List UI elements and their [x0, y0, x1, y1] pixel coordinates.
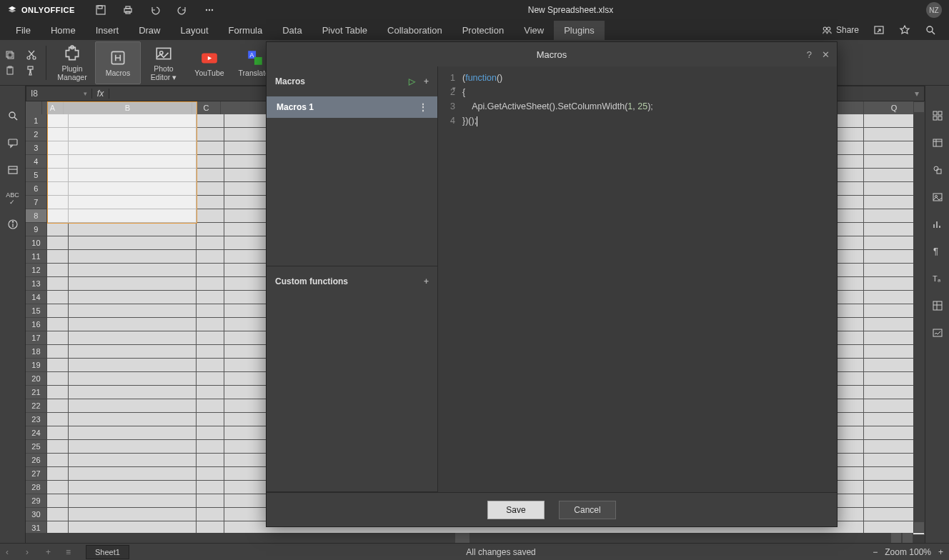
fx-icon[interactable]: fx [92, 89, 109, 99]
cell[interactable] [197, 304, 225, 318]
cell[interactable] [197, 508, 225, 521]
vertical-scrollbar[interactable] [913, 101, 925, 533]
cell[interactable] [69, 331, 197, 345]
cell[interactable] [197, 264, 225, 277]
cell[interactable] [69, 182, 197, 196]
run-macro-icon[interactable]: ▷ [409, 76, 415, 86]
paragraph-settings-icon[interactable]: ¶ [932, 246, 943, 257]
cell[interactable] [197, 128, 225, 141]
cell[interactable] [69, 386, 197, 399]
scroll-right-icon[interactable] [903, 533, 913, 543]
sheet-tab[interactable]: Sheet1 [86, 545, 129, 559]
cell[interactable] [69, 114, 197, 128]
row-header[interactable]: 14 [26, 291, 47, 304]
cell[interactable] [47, 454, 69, 467]
comments-icon[interactable] [7, 137, 19, 149]
cell[interactable] [69, 169, 197, 182]
select-all-corner[interactable] [26, 101, 42, 114]
ribbon-macros[interactable]: Macros [95, 41, 141, 84]
cell[interactable] [69, 196, 197, 209]
cell[interactable] [47, 250, 69, 264]
cell[interactable] [69, 277, 197, 291]
cell[interactable] [69, 359, 197, 372]
row-header[interactable]: 8 [26, 209, 47, 223]
row-header[interactable]: 28 [26, 481, 47, 494]
cell[interactable] [69, 454, 197, 467]
cell[interactable] [197, 467, 225, 481]
row-header[interactable]: 19 [26, 359, 47, 372]
row-header[interactable]: 7 [26, 196, 47, 209]
menu-insert[interactable]: Insert [86, 21, 129, 40]
pivot-settings-icon[interactable] [932, 300, 943, 311]
macro-item[interactable]: Macros 1⋮ [267, 96, 437, 118]
col-header-A[interactable]: A [42, 101, 64, 114]
menu-plugins[interactable]: Plugins [554, 21, 605, 40]
add-macro-icon[interactable]: + [424, 76, 429, 86]
cell[interactable] [47, 508, 69, 521]
menu-pivot-table[interactable]: Pivot Table [312, 21, 377, 40]
row-header[interactable]: 2 [26, 128, 47, 141]
row-header[interactable]: 12 [26, 264, 47, 277]
row-header[interactable]: 10 [26, 236, 47, 250]
col-header-C[interactable]: C [192, 101, 221, 114]
cell[interactable] [47, 413, 69, 426]
cell[interactable] [69, 345, 197, 359]
scroll-up-icon[interactable] [914, 102, 924, 112]
textart-settings-icon[interactable]: Tₐ [932, 273, 943, 284]
save-button[interactable]: Save [487, 501, 545, 519]
add-function-icon[interactable]: + [424, 276, 429, 286]
cell[interactable] [197, 196, 225, 209]
spellcheck-icon[interactable]: ABC✓ [6, 191, 19, 203]
close-icon[interactable]: ✕ [822, 49, 830, 60]
share-button[interactable]: Share [822, 25, 859, 35]
cell[interactable] [47, 141, 69, 155]
cell[interactable] [47, 236, 69, 250]
cell[interactable] [69, 304, 197, 318]
cell[interactable] [197, 345, 225, 359]
cell[interactable] [197, 182, 225, 196]
macro-menu-icon[interactable]: ⋮ [419, 102, 427, 112]
row-header[interactable]: 4 [26, 155, 47, 169]
search-icon[interactable] [925, 24, 936, 36]
cell[interactable] [69, 264, 197, 277]
cell[interactable] [69, 209, 197, 223]
row-header[interactable]: 11 [26, 250, 47, 264]
row-header[interactable]: 29 [26, 494, 47, 508]
sheet-list-icon[interactable]: ≡ [66, 547, 77, 557]
cell[interactable] [69, 318, 197, 331]
cancel-button[interactable]: Cancel [559, 501, 616, 519]
menu-home[interactable]: Home [41, 21, 86, 40]
cell[interactable] [47, 331, 69, 345]
cell[interactable] [69, 372, 197, 386]
cell[interactable] [69, 440, 197, 454]
ribbon-youtube[interactable]: YouTube [187, 41, 232, 84]
cut-icon[interactable] [26, 49, 37, 61]
cell-reference[interactable]: I8▾ [26, 89, 92, 99]
cell[interactable] [197, 372, 225, 386]
cell[interactable] [47, 182, 69, 196]
cell[interactable] [197, 141, 225, 155]
cell[interactable] [197, 426, 225, 440]
cell[interactable] [197, 223, 225, 236]
print-icon[interactable] [122, 4, 134, 16]
cell[interactable] [197, 399, 225, 413]
cell[interactable] [47, 494, 69, 508]
col-header-B[interactable]: B [64, 101, 192, 114]
row-header[interactable]: 3 [26, 141, 47, 155]
row-header[interactable]: 6 [26, 182, 47, 196]
row-header[interactable]: 23 [26, 413, 47, 426]
cell[interactable] [47, 196, 69, 209]
row-header[interactable]: 25 [26, 440, 47, 454]
cell[interactable] [69, 141, 197, 155]
chart-settings-icon[interactable] [932, 219, 943, 230]
row-header[interactable]: 13 [26, 277, 47, 291]
info-icon[interactable] [7, 219, 19, 230]
cell[interactable] [47, 169, 69, 182]
user-avatar[interactable]: NZ [926, 2, 942, 18]
cell[interactable] [47, 114, 69, 128]
horizontal-scrollbar[interactable] [26, 533, 913, 543]
cell[interactable] [47, 372, 69, 386]
cell[interactable] [69, 223, 197, 236]
row-header[interactable]: 9 [26, 223, 47, 236]
cell[interactable] [47, 128, 69, 141]
